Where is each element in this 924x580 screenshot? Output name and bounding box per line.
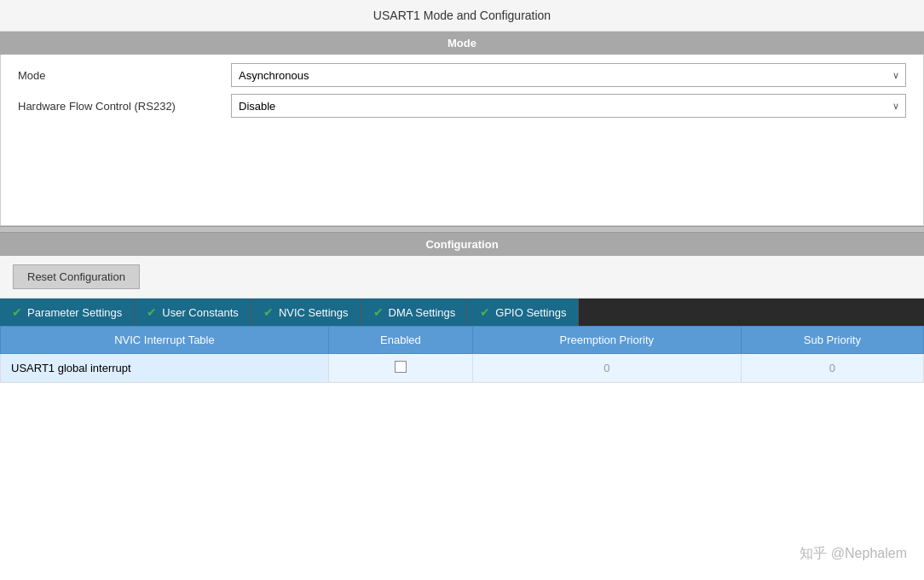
section-divider bbox=[0, 226, 924, 233]
mode-section: Mode Asynchronous ∨ Hardware Flow Contro… bbox=[0, 55, 924, 226]
enabled-checkbox[interactable] bbox=[395, 361, 407, 373]
tabs-container: ✔ Parameter Settings ✔ User Constants ✔ … bbox=[0, 299, 924, 326]
tab-parameter-settings[interactable]: ✔ Parameter Settings bbox=[0, 299, 135, 326]
tab-gpio-label: GPIO Settings bbox=[495, 306, 566, 319]
mode-select-wrapper[interactable]: Asynchronous ∨ bbox=[231, 63, 906, 87]
col-sub-priority: Sub Priority bbox=[741, 327, 923, 354]
watermark: 知乎 @Nephalem bbox=[800, 545, 907, 563]
tab-dma-label: DMA Settings bbox=[389, 306, 456, 319]
table-row: USART1 global interrupt 0 0 bbox=[1, 354, 924, 383]
page-title: USART1 Mode and Configuration bbox=[0, 0, 924, 32]
nvic-table: NVIC Interrupt Table Enabled Preemption … bbox=[0, 326, 924, 383]
main-container: USART1 Mode and Configuration Mode Mode … bbox=[0, 0, 924, 580]
tab-nvic-settings[interactable]: ✔ NVIC Settings bbox=[251, 299, 361, 326]
tab-check-nvic-icon: ✔ bbox=[263, 305, 274, 319]
tab-check-gpio-icon: ✔ bbox=[480, 305, 490, 319]
col-preemption-priority: Preemption Priority bbox=[472, 327, 741, 354]
tab-user-constants-label: User Constants bbox=[162, 306, 239, 319]
hw-flow-select-wrapper[interactable]: Disable ∨ bbox=[231, 94, 906, 118]
tab-parameter-label: Parameter Settings bbox=[27, 306, 122, 319]
mode-section-header: Mode bbox=[0, 32, 924, 55]
config-section-header: Configuration bbox=[0, 233, 924, 256]
sub-priority-cell: 0 bbox=[741, 354, 923, 383]
hw-flow-row: Hardware Flow Control (RS232) Disable ∨ bbox=[18, 94, 906, 118]
mode-label: Mode bbox=[18, 69, 231, 82]
title-text: USART1 Mode and Configuration bbox=[373, 9, 551, 22]
col-nvic-interrupt: NVIC Interrupt Table bbox=[1, 327, 329, 354]
interrupt-name-cell: USART1 global interrupt bbox=[1, 354, 329, 383]
mode-content: Mode Asynchronous ∨ Hardware Flow Contro… bbox=[1, 55, 923, 225]
col-enabled: Enabled bbox=[328, 327, 472, 354]
mode-row: Mode Asynchronous ∨ bbox=[18, 63, 906, 87]
tab-dma-settings[interactable]: ✔ DMA Settings bbox=[361, 299, 469, 326]
tab-gpio-settings[interactable]: ✔ GPIO Settings bbox=[468, 299, 579, 326]
preemption-priority-cell: 0 bbox=[472, 354, 741, 383]
reset-btn-area: Reset Configuration bbox=[0, 256, 924, 299]
mode-select[interactable]: Asynchronous bbox=[231, 63, 906, 87]
reset-configuration-button[interactable]: Reset Configuration bbox=[13, 264, 140, 289]
tab-check-user-constants-icon: ✔ bbox=[147, 305, 157, 319]
hw-flow-label: Hardware Flow Control (RS232) bbox=[18, 100, 231, 113]
hw-flow-select[interactable]: Disable bbox=[231, 94, 906, 118]
tab-check-dma-icon: ✔ bbox=[373, 305, 384, 319]
config-section: Configuration Reset Configuration ✔ Para… bbox=[0, 233, 924, 580]
tab-check-parameter-icon: ✔ bbox=[12, 305, 22, 319]
tab-user-constants[interactable]: ✔ User Constants bbox=[135, 299, 251, 326]
tab-nvic-label: NVIC Settings bbox=[279, 306, 349, 319]
enabled-cell[interactable] bbox=[328, 354, 472, 383]
